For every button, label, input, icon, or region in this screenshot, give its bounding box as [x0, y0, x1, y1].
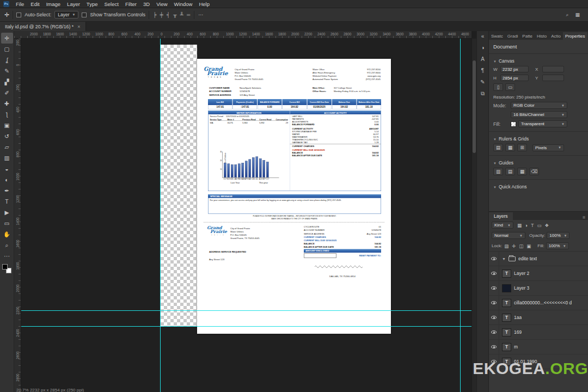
menu-file[interactable]: File [13, 1, 27, 7]
lock-icon[interactable]: ▨ [504, 243, 509, 249]
adjustments-icon[interactable]: ◑ [481, 45, 484, 51]
layer-row[interactable]: TLayer 2 [489, 266, 588, 281]
close-icon[interactable]: × [77, 24, 80, 29]
layer-row[interactable]: Tm [489, 340, 588, 354]
x-field[interactable] [542, 66, 564, 72]
layers-fill-dropdown[interactable]: 100%▼ [546, 242, 569, 249]
mode-dropdown[interactable]: RGB Color▼ [511, 102, 567, 109]
pen-tool[interactable]: ✒ [1, 185, 13, 196]
eraser-tool[interactable]: ▱ [1, 142, 13, 152]
quick-select-tool[interactable]: ✎ [1, 65, 13, 76]
color-swatches[interactable] [2, 264, 11, 273]
lasso-tool[interactable]: ʆ [1, 54, 13, 65]
eyedropper-tool[interactable]: ✐ [1, 87, 13, 98]
opacity-dropdown[interactable]: 100%▼ [547, 232, 569, 239]
layer-row[interactable]: Tcilla0000000...<<<<<<<<0 d [489, 296, 588, 310]
comment-panel-icon[interactable]: ✎ [480, 79, 485, 85]
dodge-tool[interactable]: ◐ [1, 174, 13, 185]
menu-edit[interactable]: Edit [27, 1, 42, 7]
type-tool[interactable]: T [1, 196, 13, 207]
visibility-toggle[interactable] [489, 281, 499, 296]
align-icon[interactable]: ╪ [159, 12, 163, 17]
marquee-tool[interactable]: ▢ [1, 44, 13, 54]
visibility-toggle[interactable] [489, 266, 499, 281]
foreground-color-swatch[interactable] [2, 264, 8, 270]
guide-vertical-left[interactable] [160, 39, 161, 392]
layer-filter-icon[interactable]: ◑ [524, 223, 528, 228]
crop-tool[interactable]: ▞ [1, 76, 13, 87]
tab-swatc[interactable]: Swatc [489, 32, 505, 40]
amount-enclosed-input[interactable] [304, 253, 336, 258]
menu-window[interactable]: Window [171, 1, 196, 7]
visibility-toggle[interactable] [489, 296, 499, 310]
lock-icon[interactable]: ◫ [518, 243, 524, 249]
shape-tool[interactable]: ▭ [1, 218, 13, 229]
units-dropdown[interactable]: Pixels▼ [532, 144, 564, 151]
blur-tool[interactable]: ◒ [1, 163, 13, 174]
ruler-grid-toggle[interactable]: ▤ [493, 144, 503, 151]
vertical-scrollbar[interactable] [471, 39, 476, 392]
guide-vertical-right[interactable] [460, 39, 461, 392]
align-icon[interactable]: ═ [186, 12, 191, 17]
align-icon[interactable]: ╨ [180, 12, 184, 17]
lock-icon[interactable]: ▣ [526, 243, 531, 249]
group-expand-icon[interactable]: ▼ [502, 257, 506, 261]
y-field[interactable] [542, 75, 564, 81]
menu-image[interactable]: Image [43, 1, 64, 7]
show-transform-checkbox[interactable] [82, 13, 87, 17]
guide-horizontal-1[interactable] [21, 310, 471, 311]
rulers-grids-section-header[interactable]: ▼Rulers & Grids [493, 136, 584, 142]
visibility-toggle[interactable] [489, 252, 499, 266]
align-icon[interactable]: ╥ [173, 12, 177, 17]
layers-tab[interactable]: Layers [489, 212, 513, 220]
tab-patte[interactable]: Patte [520, 32, 535, 40]
guides-section-header[interactable]: ▼Guides [493, 160, 584, 166]
orientation-button[interactable]: ▭ [505, 83, 515, 91]
auto-select-dropdown[interactable]: Layer▼ [54, 11, 78, 19]
align-icon[interactable]: ╡ [166, 12, 170, 17]
layer-row[interactable]: T1aa [489, 310, 588, 325]
options-icon[interactable]: ▦ [574, 12, 580, 18]
more-options-icon[interactable]: ⋯ [198, 12, 204, 17]
orientation-button[interactable]: ▯ [493, 83, 503, 91]
layer-row[interactable]: Layer 3 [489, 281, 588, 296]
panel-menu-icon[interactable]: ≡ [580, 215, 588, 220]
width-field[interactable]: 2232 px [500, 66, 529, 72]
vertical-ruler[interactable]: 2000200400600800100012001400160018002000… [14, 39, 21, 392]
type-panel-icon[interactable]: A [481, 56, 485, 62]
layer-row[interactable]: T01.01.1990 [489, 354, 588, 369]
history-brush-tool[interactable]: ↺ [1, 131, 13, 142]
lock-icon[interactable]: ✛ [511, 243, 516, 249]
layer-row[interactable]: ▼edite text [489, 252, 588, 266]
menu-layer[interactable]: Layer [64, 1, 83, 7]
menu-select[interactable]: Select [101, 1, 121, 7]
tab-histo[interactable]: Histo [535, 32, 549, 40]
path-select-tool[interactable]: ▶ [1, 207, 13, 218]
paragraph-panel-icon[interactable]: ¶ [481, 68, 484, 74]
zoom-tool[interactable]: ⌕ [1, 240, 13, 250]
move-tool-icon[interactable]: ✛ [4, 11, 9, 19]
quick-actions-section-header[interactable]: ▼Quick Actions [493, 184, 584, 189]
kind-filter-dropdown[interactable]: Kind▼ [492, 222, 513, 229]
canvas-section-header[interactable]: ▼Canvas [493, 58, 584, 64]
menu-view[interactable]: View [153, 1, 170, 7]
document-tab[interactable]: Italy id.psd @ 20.7% (RGB/16) * × [0, 22, 86, 31]
tab-gradi[interactable]: Gradi [505, 32, 520, 40]
toolbar-more[interactable]: ⋯ [1, 250, 13, 261]
layer-filter-icon[interactable]: ❖ [544, 223, 549, 228]
layer-filter-icon[interactable]: ▭ [536, 223, 542, 228]
menu-type[interactable]: Type [83, 1, 101, 7]
visibility-toggle[interactable] [489, 340, 499, 354]
fill-dropdown[interactable]: Transparent▼ [518, 120, 567, 127]
layer-filter-icon[interactable]: ▦ [517, 223, 522, 228]
visibility-toggle[interactable] [489, 310, 499, 325]
brush-tool[interactable]: ƪ [1, 109, 13, 120]
scrollbar-thumb[interactable] [473, 60, 476, 153]
menu-3d[interactable]: 3D [140, 1, 153, 7]
move-tool[interactable]: ✛ [1, 33, 13, 44]
guide-button[interactable]: ⌫ [529, 168, 539, 175]
hand-tool[interactable]: ✋ [1, 229, 13, 240]
blend-mode-dropdown[interactable]: Normal▼ [492, 232, 525, 239]
layer-filter-icon[interactable]: T [530, 223, 534, 228]
bit-depth-dropdown[interactable]: 16 Bits/Channel▼ [511, 111, 567, 118]
